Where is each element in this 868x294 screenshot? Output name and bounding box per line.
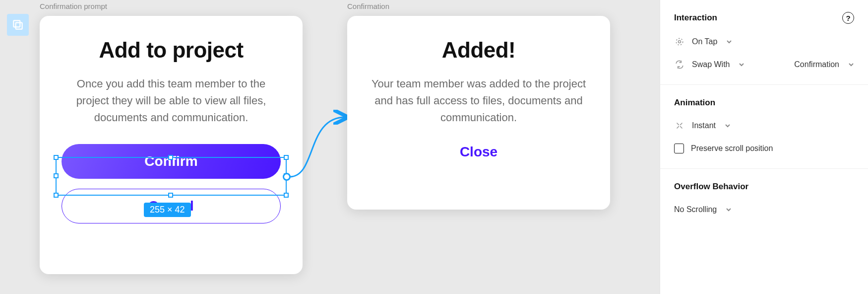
prototype-connection-handle[interactable] [283,173,291,181]
preserve-scroll-label: Preserve scroll position [691,144,773,153]
confirm-button[interactable]: Confirm [62,144,281,179]
tap-icon [674,36,685,47]
chevron-down-icon [726,207,732,213]
overflow-mode-row[interactable]: No Scrolling [674,203,854,217]
preserve-scroll-row[interactable]: Preserve scroll position [674,142,854,155]
instant-icon [674,120,685,131]
dialog-body: Once you add this team member to the pro… [62,75,281,126]
dialog-title: Add to project [62,38,281,63]
close-button[interactable]: Close [369,144,588,160]
dialog-body: Your team member was added to the projec… [369,75,588,126]
component-instance-icon[interactable] [7,14,29,36]
animation-type-label: Instant [692,121,716,130]
svg-point-2 [679,41,681,43]
chevron-down-icon [725,123,731,129]
action-label: Swap With [692,60,730,69]
action-row[interactable]: Swap With Confirmation [674,58,854,72]
selection-dimensions-badge: 255 × 42 [144,203,191,217]
frame-label-2[interactable]: Confirmation [347,2,389,10]
frame-confirmation[interactable]: Added! Your team member was added to the… [347,16,610,210]
svg-rect-1 [16,23,22,29]
animation-type-row[interactable]: Instant [674,119,854,133]
section-title-animation: Animation [674,98,715,108]
section-title-interaction: Interaction [674,13,717,23]
trigger-label: On Tap [692,37,717,46]
frame-confirmation-prompt[interactable]: Add to project Once you add this team me… [40,16,303,274]
overflow-mode-label: No Scrolling [674,205,717,214]
svg-rect-0 [13,20,20,27]
prototype-panel: Interaction ? On Tap [660,0,868,294]
trigger-row[interactable]: On Tap [674,35,854,49]
section-title-overflow: Overflow Behavior [674,182,748,192]
dialog-title: Added! [369,38,588,63]
chevron-down-icon [739,62,744,68]
design-canvas[interactable]: Confirmation prompt Add to project Once … [0,0,660,294]
chevron-down-icon [726,39,732,45]
preserve-scroll-checkbox[interactable] [674,144,684,153]
action-target[interactable]: Confirmation [794,60,839,69]
swap-icon [674,59,685,70]
help-icon[interactable]: ? [842,12,854,24]
frame-label-1[interactable]: Confirmation prompt [40,2,107,10]
chevron-down-icon [848,62,854,68]
svg-point-3 [676,38,682,45]
